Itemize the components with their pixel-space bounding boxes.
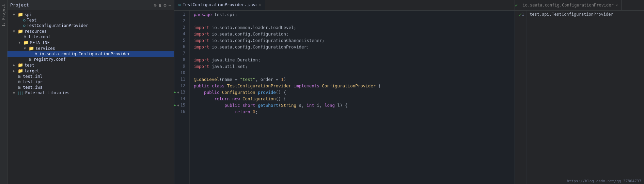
minimize-icon[interactable]: − xyxy=(169,2,171,8)
code-line-7 xyxy=(194,50,515,57)
tab-main-close[interactable]: × xyxy=(258,3,261,7)
line-num-16: 16 xyxy=(174,109,187,115)
right-check-icon: ✓ xyxy=(519,11,521,18)
code-content[interactable]: package test.spi; import io.seata.common… xyxy=(190,11,515,184)
right-tab-provider[interactable]: io.seata.config.ConfigurationProvider × xyxy=(519,0,622,10)
code-line-2 xyxy=(194,18,515,24)
tree-item-extlibs[interactable]: ▼ ||| External Libraries xyxy=(7,90,174,96)
collapse-icon[interactable]: ⇅ xyxy=(159,2,161,8)
line-num-13: ▶ ◉ 13 xyxy=(174,89,187,96)
right-code-content[interactable]: test.spi.TestConfigurationProvider xyxy=(527,11,644,184)
label-provider: io.seata.config.ConfigurationProvider xyxy=(39,52,130,56)
tab-java-icon: © xyxy=(178,3,181,7)
file-icon-provider: 🗎 xyxy=(34,52,38,56)
line-num-7: 7 xyxy=(174,50,187,57)
status-url: https://blog.csdn.net/qq_37804737 xyxy=(567,179,641,183)
code-line-11: @LoadLevel(name = "test", order = 1) xyxy=(194,76,515,83)
line-num-10: 10 xyxy=(174,70,187,76)
line-num-11: 11 xyxy=(174,76,187,83)
tree-item-registry[interactable]: ▼ 🗎 registry.conf xyxy=(7,57,174,62)
code-line-13: public Configuration provide() { xyxy=(194,89,515,96)
gutter-run-15[interactable]: ▶ xyxy=(174,102,176,109)
right-content: ✓ 1 test.spi.TestConfigurationProvider xyxy=(515,11,644,184)
tree-item-tcp[interactable]: ▼ © TestConfigurationProvider xyxy=(7,23,174,28)
label-test: Test xyxy=(27,18,37,23)
label-tcp: TestConfigurationProvider xyxy=(27,23,89,28)
code-line-6: import io.seata.config.ConfigurationProv… xyxy=(194,44,515,50)
gutter-bp-13[interactable]: ◉ xyxy=(177,89,179,96)
tree-item-provider[interactable]: ▼ 🗎 io.seata.config.ConfigurationProvide… xyxy=(7,51,174,57)
tree-item-testiml[interactable]: ▼ 🗎 test.iml xyxy=(7,74,174,79)
label-target: target xyxy=(25,69,39,73)
iws-icon: 🗎 xyxy=(18,85,21,90)
project-tab[interactable]: 1: Project xyxy=(1,1,6,29)
line-num-12: 12 xyxy=(174,83,187,89)
extlib-icon: ||| xyxy=(18,91,24,95)
arrow-testfolder: ▶ xyxy=(13,63,18,67)
ipr-icon: 🗎 xyxy=(18,80,21,84)
folder-icon-metainf: 📁 xyxy=(23,40,29,45)
right-tab-label: io.seata.config.ConfigurationProvider xyxy=(522,3,613,8)
right-line-numbers: ✓ 1 xyxy=(515,11,527,184)
tree-item-spi[interactable]: ▼ 📁 spi xyxy=(7,12,174,17)
tab-main-label: TestConfigurationProvider.java xyxy=(183,2,257,7)
java-icon-tcp: © xyxy=(23,24,26,28)
label-testiws: test.iws xyxy=(23,85,43,90)
code-line-8: import java.time.Duration; xyxy=(194,57,515,63)
code-line-16: return 0; xyxy=(194,109,515,115)
line-num-4: 4 xyxy=(174,31,187,37)
line-num-9: 9 xyxy=(174,63,187,70)
tab-main[interactable]: © TestConfigurationProvider.java × xyxy=(174,0,265,10)
tree-item-testipr[interactable]: ▼ 🗎 test.ipr xyxy=(7,79,174,85)
label-spi: spi xyxy=(25,12,32,17)
tree-item-metainf[interactable]: ▼ 📁 META-INF xyxy=(7,40,174,45)
project-title: Project xyxy=(10,2,152,8)
project-panel: Project ⊕ ⇅ ⚙ − ▼ 📁 spi ▼ © Test ▼ © Tes… xyxy=(7,0,174,184)
code-editor: 1 2 3 4 5 6 7 8 9 10 11 12 ▶ ◉ 13 14 ▶ ◉… xyxy=(174,11,515,184)
label-registry: registry.conf xyxy=(34,57,66,62)
code-line-5: import io.seata.config.ConfigurationChan… xyxy=(194,37,515,44)
settings-icon[interactable]: ⚙ xyxy=(163,2,166,8)
line-num-14: 14 xyxy=(174,96,187,102)
conf-icon-registry: 🗎 xyxy=(29,57,32,62)
check-icon: ✓ xyxy=(515,2,518,8)
line-num-6: 6 xyxy=(174,44,187,50)
arrow-spi: ▼ xyxy=(13,13,18,16)
gutter-run-13[interactable]: ▶ xyxy=(174,89,176,96)
line-numbers: 1 2 3 4 5 6 7 8 9 10 11 12 ▶ ◉ 13 14 ▶ ◉… xyxy=(174,11,190,184)
folder-icon-testfolder: 📁 xyxy=(18,62,23,68)
label-services: services xyxy=(35,46,55,51)
arrow-resources: ▼ xyxy=(13,29,18,33)
tree-item-testiws[interactable]: ▼ 🗎 test.iws xyxy=(7,85,174,90)
line-num-15: ▶ ◉ 15 xyxy=(174,102,187,109)
label-testiml: test.iml xyxy=(23,74,43,79)
code-line-12: public class TestConfigurationProvider i… xyxy=(194,83,515,89)
arrow-target: ▶ xyxy=(13,69,18,73)
editor-tab-bar: © TestConfigurationProvider.java × xyxy=(174,0,515,11)
conf-icon-fileconf: 🗎 xyxy=(23,35,27,39)
editor-area: © TestConfigurationProvider.java × 1 2 3… xyxy=(174,0,515,184)
label-testipr: test.ipr xyxy=(23,80,43,84)
label-fileconf: file.conf xyxy=(28,34,50,39)
label-resources: resources xyxy=(25,29,47,34)
globe-icon[interactable]: ⊕ xyxy=(154,2,156,8)
right-tab-close[interactable]: × xyxy=(616,3,618,8)
line-num-2: 2 xyxy=(174,18,187,24)
sidebar-panel: 1: Project xyxy=(0,0,7,184)
folder-icon-target: 📁 xyxy=(18,68,23,73)
tree-item-test[interactable]: ▼ © Test xyxy=(7,17,174,23)
gutter-bp-15[interactable]: ◉ xyxy=(177,102,179,109)
tree-item-resources[interactable]: ▼ 📁 resources xyxy=(7,28,174,34)
tree-item-target[interactable]: ▶ 📁 target xyxy=(7,68,174,74)
project-tree: ▼ 📁 spi ▼ © Test ▼ © TestConfigurationPr… xyxy=(7,10,174,184)
code-line-14: return new Configuration() { xyxy=(194,96,515,102)
line-num-5: 5 xyxy=(174,37,187,44)
arrow-services: ▼ xyxy=(24,46,29,50)
line-num-1: 1 xyxy=(174,11,187,18)
tree-item-testfolder[interactable]: ▶ 📁 test xyxy=(7,62,174,68)
folder-icon-services: 📁 xyxy=(29,46,34,51)
tree-item-services[interactable]: ▼ 📁 services xyxy=(7,45,174,51)
tree-item-fileconf[interactable]: ▼ 🗎 file.conf xyxy=(7,34,174,40)
java-icon-test: © xyxy=(23,18,26,23)
right-line-num-1: ✓ 1 xyxy=(515,11,525,18)
